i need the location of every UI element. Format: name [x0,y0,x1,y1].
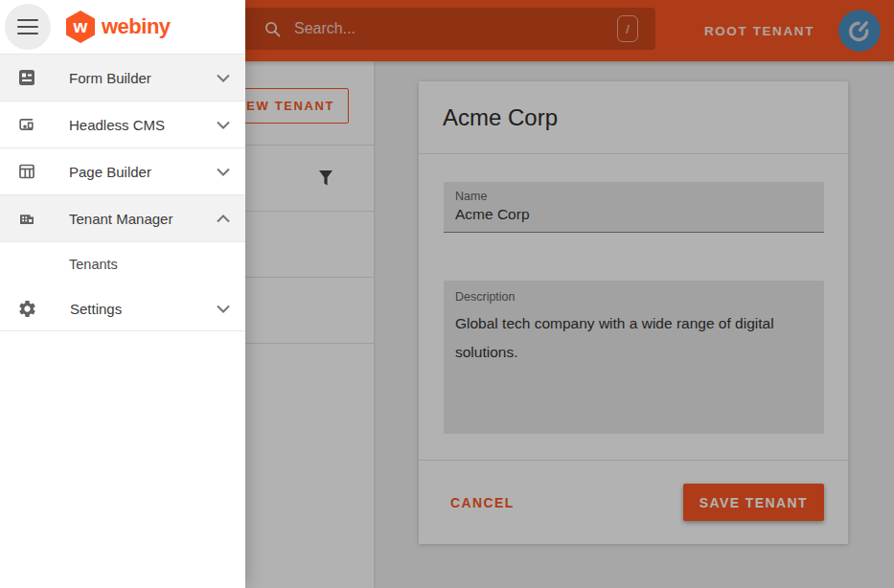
webiny-logo-wordmark: webiny [102,14,171,39]
chevron-down-icon [217,74,230,82]
sidebar-item-label: Form Builder [69,70,151,86]
tenant-manager-icon [17,209,36,228]
page-builder-icon [17,162,36,181]
headless-cms-icon [17,115,36,134]
hamburger-icon [17,19,38,22]
form-builder-icon [17,68,36,87]
hamburger-menu-button[interactable] [5,4,51,50]
sidebar-item-label: Headless CMS [69,117,165,133]
webiny-logo[interactable]: w webiny [66,11,171,43]
sidebar-item-page-builder[interactable]: Page Builder [0,148,245,195]
sidebar-item-form-builder[interactable]: Form Builder [0,55,245,102]
navigation-drawer: w webiny Form Builder Headless CMS [0,0,245,588]
sidebar-item-settings[interactable]: Settings [0,286,245,331]
chevron-up-icon [217,215,230,223]
sidebar-item-headless-cms[interactable]: Headless CMS [0,102,245,148]
sidebar-item-label: Tenants [69,257,118,272]
chevron-down-icon [217,168,230,176]
sidebar-item-label: Settings [70,301,122,317]
chevron-down-icon [217,121,230,129]
sidebar-item-tenant-manager[interactable]: Tenant Manager [0,195,245,242]
sidebar-item-label: Tenant Manager [69,211,172,227]
gear-icon [17,299,37,319]
sidebar-item-tenants[interactable]: Tenants [0,242,245,286]
webiny-logo-hexagon: w [66,11,95,43]
chevron-down-icon [217,305,230,313]
sidebar-item-label: Page Builder [69,164,151,180]
